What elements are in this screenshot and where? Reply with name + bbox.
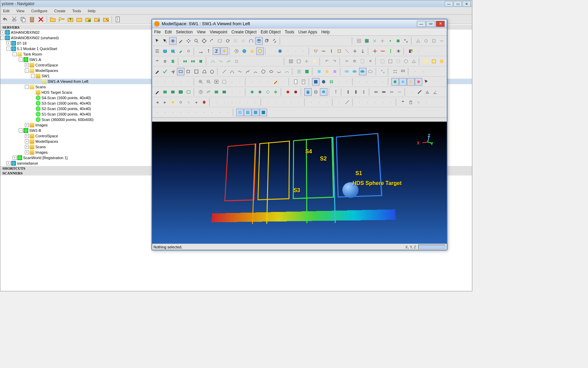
cmenu-selection[interactable]: Selection — [176, 30, 193, 34]
r8b-icon[interactable]: · — [161, 109, 169, 116]
mode4-icon[interactable] — [260, 109, 267, 116]
menu-tools[interactable]: Tools — [71, 8, 82, 14]
r5c-icon[interactable]: · — [169, 78, 177, 86]
world-icon[interactable] — [241, 47, 248, 55]
dot5-icon[interactable] — [200, 98, 208, 106]
grid-tool3-icon[interactable] — [303, 58, 310, 65]
r6d2-icon[interactable]: · — [236, 88, 244, 96]
r5g-icon[interactable]: · — [236, 78, 244, 86]
r7d-icon[interactable]: · — [236, 98, 244, 106]
cyl2-icon[interactable] — [312, 88, 320, 96]
r5a-icon[interactable]: · — [153, 78, 161, 86]
r7j-icon[interactable]: · — [288, 98, 295, 106]
r5l-icon[interactable]: · — [336, 78, 343, 86]
r6pen-icon[interactable] — [153, 88, 161, 96]
paste2-icon[interactable]: 📋 — [359, 58, 366, 65]
tool-c4-icon[interactable] — [438, 37, 445, 45]
bar5-icon[interactable] — [380, 88, 388, 96]
g3-icon[interactable] — [407, 78, 414, 86]
r6g5-icon[interactable] — [213, 88, 220, 96]
draw-icon[interactable] — [177, 37, 184, 45]
cmenu-editobject[interactable]: Edit Object — [261, 30, 281, 34]
r7t-icon[interactable]: · — [387, 98, 394, 106]
link-tool-icon[interactable] — [185, 47, 192, 55]
r5h-icon[interactable]: · — [248, 78, 256, 86]
cmenu-createobject[interactable]: Create Object — [231, 30, 257, 34]
r6e3-icon[interactable] — [424, 88, 431, 96]
cmenu-tools[interactable]: Tools — [285, 30, 294, 34]
grid1-icon[interactable] — [355, 37, 363, 45]
child-titlebar[interactable]: ModelSpace: SW1 : SW1-A Viewed from Left… — [152, 19, 447, 28]
cloud3-icon[interactable] — [359, 68, 366, 75]
folder-up-icon[interactable] — [67, 16, 74, 23]
zoom-fit-icon[interactable] — [213, 78, 220, 86]
sel5-icon[interactable] — [410, 58, 418, 65]
cut2-icon[interactable]: ✂ — [343, 58, 350, 65]
view2-icon[interactable] — [320, 78, 327, 86]
db-tool1-icon[interactable] — [161, 47, 169, 55]
minimize-button[interactable]: — — [445, 1, 453, 6]
r5q-icon[interactable]: · — [379, 78, 387, 86]
curve4-icon[interactable] — [233, 58, 240, 65]
mesh-cloud-icon[interactable] — [379, 68, 387, 75]
cut-plane1-icon[interactable] — [312, 47, 320, 55]
tool-c3-icon[interactable] — [430, 37, 438, 45]
r8h-icon[interactable]: · — [208, 109, 216, 116]
bar2-icon[interactable] — [352, 88, 360, 96]
dot2-icon[interactable] — [177, 98, 184, 106]
menu-create[interactable]: Create — [53, 8, 67, 14]
r8j-icon[interactable]: · — [224, 109, 231, 116]
cloud2-icon[interactable] — [351, 68, 359, 75]
highlight-icon[interactable] — [256, 47, 264, 55]
gear-icon[interactable] — [395, 47, 402, 55]
obj1-icon[interactable] — [315, 68, 323, 75]
reg1-icon[interactable] — [181, 58, 189, 65]
arc4-icon[interactable] — [275, 68, 283, 75]
cube-icon[interactable] — [263, 37, 271, 45]
globe2-icon[interactable] — [276, 47, 284, 55]
star-icon[interactable] — [248, 47, 256, 55]
view1-icon[interactable] — [312, 78, 320, 86]
cut-arrow-icon[interactable] — [359, 47, 366, 55]
mode3-icon[interactable] — [252, 109, 259, 116]
r6r2-icon[interactable] — [292, 88, 299, 96]
r8f-icon[interactable]: · — [193, 109, 200, 116]
layer2-icon[interactable] — [161, 58, 169, 65]
grid-tool4-icon[interactable] — [311, 58, 318, 65]
cut-axis-icon[interactable] — [351, 47, 359, 55]
pointer-icon[interactable] — [153, 37, 161, 45]
rotate-icon[interactable] — [224, 37, 231, 45]
r5p-icon[interactable]: · — [371, 78, 379, 86]
zoom-sel-icon[interactable] — [220, 78, 228, 86]
grid-tool1-icon[interactable] — [287, 58, 295, 65]
r7q-icon[interactable]: · — [363, 98, 371, 106]
r6p2-icon[interactable] — [256, 88, 264, 96]
r7n-icon[interactable]: · — [323, 98, 331, 106]
cursor-icon[interactable] — [423, 78, 430, 86]
wand-icon[interactable] — [343, 98, 351, 106]
child-maximize-button[interactable]: ▭ — [426, 21, 435, 27]
obj3-icon[interactable] — [331, 68, 339, 75]
bar4-icon[interactable] — [372, 88, 380, 96]
rect-icon[interactable] — [177, 68, 184, 75]
tool-a-icon[interactable] — [232, 37, 239, 45]
r6g6-icon[interactable] — [220, 88, 228, 96]
cmenu-viewpoint[interactable]: Viewpoint — [210, 30, 227, 34]
globe1-icon[interactable] — [268, 47, 276, 55]
child-minimize-button[interactable]: — — [417, 21, 426, 27]
target-icon[interactable] — [200, 37, 208, 45]
r7g-icon[interactable]: · — [264, 98, 272, 106]
r7s-icon[interactable]: · — [379, 98, 387, 106]
line3-icon[interactable] — [236, 68, 244, 75]
arc1-icon[interactable] — [252, 68, 259, 75]
cut-icon[interactable] — [11, 16, 18, 23]
curve3-icon[interactable] — [225, 58, 232, 65]
folder-action3-icon[interactable] — [93, 16, 101, 23]
menu-help[interactable]: Help — [86, 8, 97, 14]
delete-icon[interactable] — [37, 16, 45, 23]
r6g1-icon[interactable] — [161, 88, 169, 96]
r7l-icon[interactable]: · — [308, 98, 315, 106]
r6x1-icon[interactable] — [332, 88, 340, 96]
grid4-icon[interactable] — [379, 37, 386, 45]
r7p-icon[interactable]: · — [356, 98, 363, 106]
